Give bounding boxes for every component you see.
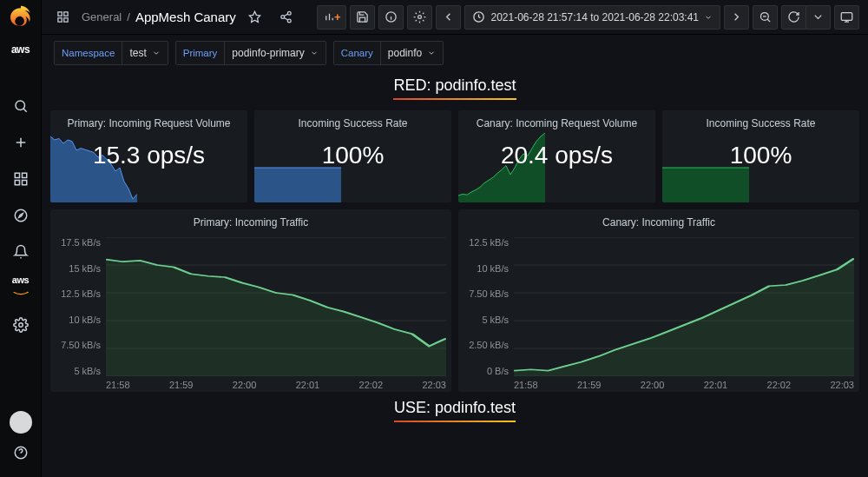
- panel-primary-success-rate[interactable]: Incoming Success Rate 100%: [254, 110, 451, 202]
- add-panel-button[interactable]: +: [317, 5, 347, 30]
- panel-canary-success-rate[interactable]: Incoming Success Rate 100%: [662, 110, 859, 202]
- svg-rect-3: [15, 181, 19, 185]
- svg-rect-10: [57, 18, 61, 22]
- var-canary-value[interactable]: podinfo: [381, 42, 443, 64]
- time-back-button[interactable]: [436, 5, 461, 30]
- time-range-picker[interactable]: 2021-06-28 21:57:14 to 2021-06-28 22:03:…: [464, 5, 720, 30]
- chevron-down-icon: [427, 49, 436, 57]
- grafana-logo[interactable]: [7, 3, 35, 31]
- user-avatar[interactable]: [10, 411, 32, 434]
- svg-point-13: [281, 16, 285, 19]
- breadcrumb: General / AppMesh Canary: [82, 10, 236, 24]
- aws-sidebar-icon[interactable]: aws: [3, 273, 38, 304]
- zoom-out-button[interactable]: [753, 5, 778, 30]
- refresh-interval-button[interactable]: [806, 5, 831, 30]
- variable-bar: Namespace test Primary podinfo-primary C…: [42, 35, 868, 71]
- time-range-label: 2021-06-28 21:57:14 to 2021-06-28 22:03:…: [490, 11, 699, 23]
- share-icon[interactable]: [274, 5, 299, 30]
- svg-rect-4: [22, 181, 26, 185]
- topbar: General / AppMesh Canary + 2021-06-28 21…: [42, 0, 868, 35]
- svg-rect-1: [15, 173, 19, 177]
- create-icon[interactable]: [5, 127, 36, 158]
- star-icon[interactable]: [243, 5, 267, 30]
- svg-point-16: [418, 16, 422, 19]
- var-primary-value[interactable]: podinfo-primary: [225, 42, 325, 64]
- svg-rect-8: [57, 12, 61, 16]
- svg-point-0: [16, 101, 25, 110]
- chevron-down-icon: [310, 49, 319, 57]
- svg-point-12: [288, 11, 292, 15]
- y-axis: 12.5 kB/s10 kB/s7.50 kB/s5 kB/s2.50 kB/s…: [464, 237, 514, 376]
- alerting-icon[interactable]: [5, 236, 36, 268]
- stat-panels-row: Primary: Incoming Request Volume 15.3 op…: [50, 110, 859, 202]
- sidebar: aws aws: [0, 0, 42, 477]
- panel-canary-request-volume[interactable]: Canary: Incoming Request Volume 20.4 ops…: [458, 110, 655, 202]
- x-axis: 21:5821:5922:0022:0122:0222:03: [106, 380, 446, 390]
- kiosk-button[interactable]: [834, 5, 859, 30]
- breadcrumb-folder[interactable]: General: [82, 10, 122, 23]
- main: General / AppMesh Canary + 2021-06-28 21…: [42, 0, 868, 477]
- svg-rect-9: [63, 12, 67, 16]
- svg-rect-19: [841, 13, 852, 21]
- var-primary: Primary podinfo-primary: [175, 41, 326, 65]
- help-icon[interactable]: [5, 437, 36, 468]
- settings-icon[interactable]: [407, 5, 432, 30]
- svg-point-14: [288, 19, 292, 23]
- var-namespace: Namespace test: [54, 41, 168, 65]
- refresh-button[interactable]: [781, 5, 806, 30]
- traffic-panels-row: Primary: Incoming Traffic 17.5 kB/s15 kB…: [50, 209, 859, 392]
- chevron-down-icon: [704, 13, 713, 22]
- y-axis: 17.5 kB/s15 kB/s12.5 kB/s10 kB/s7.50 kB/…: [56, 237, 106, 376]
- dashboard-content: RED: podinfo.test Primary: Incoming Requ…: [42, 71, 868, 477]
- page-title[interactable]: AppMesh Canary: [135, 10, 236, 24]
- dashboards-nav-icon[interactable]: [50, 5, 75, 30]
- explore-icon[interactable]: [5, 200, 36, 231]
- panel-canary-traffic[interactable]: Canary: Incoming Traffic 12.5 kB/s10 kB/…: [458, 209, 859, 392]
- svg-point-6: [18, 323, 23, 328]
- panel-primary-request-volume[interactable]: Primary: Incoming Request Volume 15.3 op…: [50, 110, 247, 202]
- aws-brand: aws: [3, 36, 38, 63]
- configuration-icon[interactable]: [5, 309, 36, 341]
- chevron-down-icon: [152, 49, 161, 57]
- save-button[interactable]: [350, 5, 375, 30]
- info-icon[interactable]: [378, 5, 404, 30]
- var-namespace-value[interactable]: test: [122, 42, 167, 64]
- var-canary: Canary podinfo: [333, 41, 444, 65]
- search-icon[interactable]: [5, 90, 36, 122]
- time-forward-button[interactable]: [724, 5, 749, 30]
- svg-rect-2: [22, 173, 26, 177]
- dashboards-icon[interactable]: [5, 163, 36, 195]
- row-header-use[interactable]: USE: podinfo.test: [50, 399, 859, 421]
- svg-rect-11: [63, 18, 67, 22]
- row-header-red[interactable]: RED: podinfo.test: [50, 76, 859, 98]
- panel-primary-traffic[interactable]: Primary: Incoming Traffic 17.5 kB/s15 kB…: [50, 209, 451, 392]
- svg-point-5: [15, 209, 27, 222]
- x-axis: 21:5821:5922:0022:0122:0222:03: [514, 380, 854, 390]
